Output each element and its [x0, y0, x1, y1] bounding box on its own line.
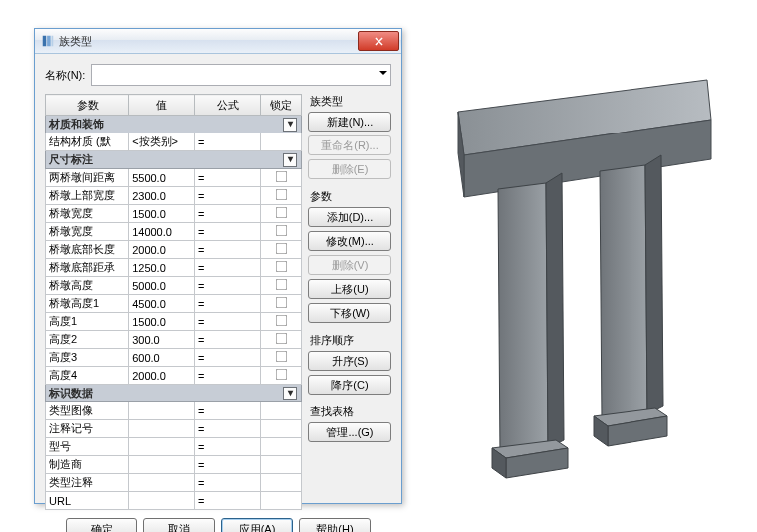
table-row[interactable]: 类型注释= [46, 474, 302, 492]
col-lock[interactable]: 锁定 [261, 95, 302, 116]
lock-cell[interactable] [261, 241, 302, 259]
lock-cell[interactable] [261, 474, 302, 492]
table-row[interactable]: 类型图像= [46, 402, 302, 420]
lock-checkbox[interactable] [275, 333, 287, 345]
value-cell[interactable] [129, 438, 195, 456]
lock-checkbox[interactable] [275, 351, 287, 363]
value-cell[interactable]: 4500.0 [129, 295, 195, 313]
value-cell[interactable]: 5500.0 [129, 169, 195, 187]
lock-cell[interactable] [261, 223, 302, 241]
close-button[interactable] [358, 31, 399, 51]
sort-asc-button[interactable]: 升序(S) [308, 351, 391, 371]
param-cell[interactable]: 注释记号 [46, 420, 129, 438]
lock-checkbox[interactable] [275, 369, 287, 381]
table-row[interactable]: 桥墩底部距承1250.0= [46, 259, 302, 277]
table-row[interactable]: 桥墩宽度1500.0= [46, 205, 302, 223]
move-up-button[interactable]: 上移(U) [308, 279, 391, 299]
lock-cell[interactable] [261, 295, 302, 313]
lock-checkbox[interactable] [275, 207, 287, 219]
lock-checkbox[interactable] [275, 243, 287, 255]
lock-checkbox[interactable] [275, 297, 287, 309]
value-cell[interactable]: 1500.0 [129, 205, 195, 223]
lock-cell[interactable] [261, 456, 302, 474]
formula-cell[interactable]: = [195, 295, 261, 313]
formula-cell[interactable]: = [195, 331, 261, 349]
group-row[interactable]: 标识数据▾ [46, 385, 302, 402]
lock-cell[interactable] [261, 259, 302, 277]
lock-checkbox[interactable] [275, 315, 287, 327]
col-formula[interactable]: 公式 [195, 95, 261, 116]
formula-cell[interactable]: = [195, 313, 261, 331]
param-cell[interactable]: 桥墩高度1 [46, 295, 129, 313]
cancel-button[interactable]: 取消 [143, 518, 215, 532]
lock-checkbox[interactable] [275, 171, 287, 183]
table-row[interactable]: 高度42000.0= [46, 367, 302, 385]
formula-cell[interactable]: = [195, 456, 261, 474]
value-cell[interactable] [129, 474, 195, 492]
value-cell[interactable]: 1250.0 [129, 259, 195, 277]
table-row[interactable]: 注释记号= [46, 420, 302, 438]
value-cell[interactable] [129, 492, 195, 510]
name-select[interactable] [91, 64, 391, 86]
param-cell[interactable]: 桥墩宽度 [46, 223, 129, 241]
formula-cell[interactable]: = [195, 223, 261, 241]
table-row[interactable]: 结构材质 (默<按类别>= [46, 133, 302, 151]
lock-cell[interactable] [261, 169, 302, 187]
formula-cell[interactable]: = [195, 420, 261, 438]
param-cell[interactable]: 高度3 [46, 349, 129, 367]
param-cell[interactable]: 型号 [46, 438, 129, 456]
table-row[interactable]: 高度3600.0= [46, 349, 302, 367]
formula-cell[interactable]: = [195, 187, 261, 205]
param-cell[interactable]: 桥墩底部长度 [46, 241, 129, 259]
value-cell[interactable]: 2300.0 [129, 187, 195, 205]
formula-cell[interactable]: = [195, 241, 261, 259]
value-cell[interactable]: 2000.0 [129, 367, 195, 385]
new-type-button[interactable]: 新建(N)... [308, 112, 391, 132]
param-cell[interactable]: 桥墩宽度 [46, 205, 129, 223]
expander-icon[interactable]: ▾ [283, 387, 297, 400]
table-row[interactable]: 桥墩上部宽度2300.0= [46, 187, 302, 205]
lock-cell[interactable] [261, 133, 302, 151]
lock-checkbox[interactable] [275, 189, 287, 201]
table-row[interactable]: 两桥墩间距离5500.0= [46, 169, 302, 187]
param-cell[interactable]: 类型图像 [46, 402, 129, 420]
lock-cell[interactable] [261, 367, 302, 385]
sort-desc-button[interactable]: 降序(C) [308, 375, 391, 395]
group-row[interactable]: 材质和装饰▾ [46, 116, 302, 133]
lock-cell[interactable] [261, 187, 302, 205]
table-row[interactable]: 桥墩底部长度2000.0= [46, 241, 302, 259]
param-cell[interactable]: 桥墩底部距承 [46, 259, 129, 277]
lock-cell[interactable] [261, 313, 302, 331]
formula-cell[interactable]: = [195, 367, 261, 385]
lock-checkbox[interactable] [275, 261, 287, 273]
param-cell[interactable]: 高度1 [46, 313, 129, 331]
table-row[interactable]: 型号= [46, 438, 302, 456]
formula-cell[interactable]: = [195, 402, 261, 420]
formula-cell[interactable]: = [195, 259, 261, 277]
lock-cell[interactable] [261, 438, 302, 456]
table-row[interactable]: 桥墩高度14500.0= [46, 295, 302, 313]
param-cell[interactable]: 桥墩高度 [46, 277, 129, 295]
table-row[interactable]: 桥墩高度5000.0= [46, 277, 302, 295]
formula-cell[interactable]: = [195, 438, 261, 456]
add-param-button[interactable]: 添加(D)... [308, 207, 391, 227]
help-button[interactable]: 帮助(H) [299, 518, 371, 532]
lock-cell[interactable] [261, 277, 302, 295]
param-cell[interactable]: 类型注释 [46, 474, 129, 492]
value-cell[interactable]: 5000.0 [129, 277, 195, 295]
lock-cell[interactable] [261, 349, 302, 367]
lock-cell[interactable] [261, 420, 302, 438]
formula-cell[interactable]: = [195, 277, 261, 295]
value-cell[interactable] [129, 420, 195, 438]
expander-icon[interactable]: ▾ [283, 153, 297, 167]
manage-lookup-button[interactable]: 管理...(G) [308, 422, 391, 442]
value-cell[interactable]: 300.0 [129, 331, 195, 349]
formula-cell[interactable]: = [195, 474, 261, 492]
table-row[interactable]: 桥墩宽度14000.0= [46, 223, 302, 241]
value-cell[interactable]: 1500.0 [129, 313, 195, 331]
param-cell[interactable]: 结构材质 (默 [46, 133, 129, 151]
lock-checkbox[interactable] [275, 279, 287, 291]
formula-cell[interactable]: = [195, 349, 261, 367]
lock-cell[interactable] [261, 492, 302, 510]
formula-cell[interactable]: = [195, 492, 261, 510]
